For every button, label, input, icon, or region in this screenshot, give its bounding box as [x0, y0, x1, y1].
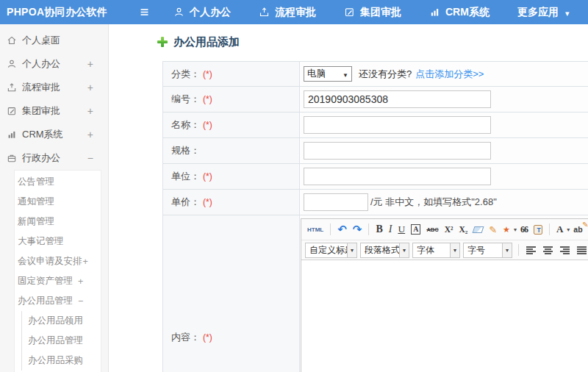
sidebar-item-office-supplies-purchase[interactable]: 办公用品采购: [22, 351, 101, 371]
superscript-icon[interactable]: X²: [445, 225, 453, 234]
expand-toggle-icon[interactable]: +: [83, 257, 88, 267]
sidebar-item-personal-desktop[interactable]: 个人桌面: [0, 29, 108, 52]
sidebar-item-label: 通知管理: [18, 196, 54, 208]
sidebar-item-office-supplies-mgmt[interactable]: 办公用品管理−: [15, 291, 101, 311]
flow-icon: [7, 82, 17, 93]
format-brush-icon[interactable]: ✎: [489, 224, 497, 235]
paragraph-format-select[interactable]: 段落格式: [360, 243, 409, 258]
toolbar-separator: [368, 223, 369, 235]
sidebar-item-personal-office[interactable]: 个人办公+: [0, 52, 108, 76]
page-title: 办公用品添加: [173, 35, 240, 49]
office-supply-form: 分类：(*) 电脑 还没有分类? 点击添加分类>> 编号：(*): [162, 61, 588, 372]
sidebar-item-label: 办公用品领用: [28, 315, 83, 327]
main-content: 办公用品添加 分类：(*) 电脑 还没有分类? 点击添加分类>>: [109, 24, 588, 372]
category-select[interactable]: 电脑: [304, 66, 352, 82]
nav-item-more-apps[interactable]: 更多应用: [503, 0, 584, 24]
sidebar-item-label: 办公用品采购: [28, 354, 83, 367]
font-color-icon[interactable]: A: [556, 223, 563, 235]
sidebar-item-label: 公告管理: [18, 176, 54, 188]
nav-item-label: 流程审批: [275, 6, 316, 19]
italic-icon[interactable]: I: [389, 223, 392, 235]
chart-icon: [429, 7, 440, 18]
align-center-icon[interactable]: [543, 246, 553, 254]
nav-item-crm-system[interactable]: CRM系统: [415, 0, 503, 24]
eraser-icon[interactable]: [473, 226, 484, 233]
unit-input[interactable]: [304, 168, 491, 185]
align-left-icon[interactable]: [526, 246, 536, 254]
sidebar-item-label: 集团审批: [22, 104, 60, 118]
caret-icon: ▾: [567, 226, 570, 233]
field-label-price: 单价：: [171, 196, 200, 207]
sidebar-item-announcement-mgmt[interactable]: 公告管理: [15, 172, 101, 192]
sidebar-item-office-supplies-manage[interactable]: 办公用品管理: [22, 331, 101, 351]
editor-content-area[interactable]: [301, 260, 588, 372]
nav-item-label: CRM系统: [445, 6, 490, 19]
nav-item-workflow-approval[interactable]: 流程审批: [245, 0, 330, 24]
spec-input[interactable]: [304, 142, 491, 160]
hamburger-menu-icon[interactable]: [138, 6, 151, 18]
expand-toggle-icon[interactable]: −: [78, 296, 83, 307]
highlight-color-icon[interactable]: ab: [573, 225, 582, 234]
page-title-bar: 办公用品添加: [157, 35, 588, 49]
main-menu: 个人办公流程审批集团审批CRM系统更多应用: [159, 0, 583, 24]
nav-item-label: 集团审批: [360, 6, 401, 19]
blockquote-icon[interactable]: 66: [520, 224, 528, 235]
sidebar-item-label: 会议申请及安排: [18, 255, 82, 268]
expand-toggle-icon[interactable]: +: [78, 276, 83, 287]
strikethrough-icon[interactable]: ABC: [426, 226, 438, 233]
sidebar-item-group-approval[interactable]: 集团审批+: [0, 99, 108, 123]
sidebar-item-memorabilia-mgmt[interactable]: 大事记管理: [15, 232, 101, 251]
expand-toggle-icon[interactable]: +: [87, 105, 93, 117]
align-justify-icon[interactable]: [577, 246, 587, 254]
redo-icon[interactable]: ↷: [353, 223, 362, 236]
price-format-hint: /元 非中文，如填写格式"2.68": [370, 196, 497, 209]
expand-toggle-icon[interactable]: +: [87, 82, 93, 93]
auto-format-icon[interactable]: ★: [503, 225, 510, 235]
paste-text-icon[interactable]: [534, 225, 542, 235]
custom-title-select[interactable]: 自定义标题: [305, 243, 357, 258]
sidebar-item-notice-mgmt[interactable]: 通知管理: [15, 192, 101, 212]
expand-toggle-icon[interactable]: +: [87, 58, 93, 70]
sidebar-item-label: 新闻管理: [18, 215, 54, 228]
font-border-icon[interactable]: A: [411, 224, 420, 235]
sidebar-item-label: 固定资产管理: [18, 275, 73, 287]
edit-icon: [344, 7, 355, 18]
price-input[interactable]: [304, 193, 368, 211]
name-input[interactable]: [304, 116, 491, 134]
font-family-select[interactable]: 字体: [412, 243, 460, 258]
subscript-icon[interactable]: X₂: [459, 225, 467, 234]
home-icon: [7, 35, 17, 46]
nav-item-personal-office[interactable]: 个人办公: [159, 0, 245, 24]
caret-icon: ▾: [514, 226, 517, 233]
sidebar-item-meeting-request[interactable]: 会议申请及安排+: [15, 251, 101, 271]
html-source-button[interactable]: HTML: [307, 226, 323, 233]
select-arrow-icon: [347, 243, 356, 257]
sidebar-item-office-supplies-claim[interactable]: 办公用品领用: [22, 311, 101, 331]
expand-toggle-icon[interactable]: +: [87, 129, 93, 140]
align-right-icon[interactable]: [560, 246, 570, 254]
bold-icon[interactable]: B: [376, 223, 382, 235]
sidebar-item-label: CRM系统: [22, 128, 63, 141]
nav-item-group-approval[interactable]: 集团审批: [330, 0, 415, 24]
sidebar-item-news-mgmt[interactable]: 新闻管理: [15, 212, 101, 232]
form-row-category: 分类：(*) 电脑 还没有分类? 点击添加分类>>: [163, 62, 588, 87]
add-category-link[interactable]: 点击添加分类>>: [415, 68, 484, 81]
category-select-value: 电脑: [307, 68, 326, 80]
paragraph-format-select-value: 段落格式: [361, 243, 399, 257]
font-size-select[interactable]: 字号: [463, 243, 512, 258]
sidebar-item-admin-office[interactable]: 行政办公−: [0, 146, 108, 170]
sidebar-item-fixed-assets-mgmt[interactable]: 固定资产管理+: [15, 271, 101, 291]
underline-icon[interactable]: U: [398, 223, 405, 235]
no-category-hint: 还没有分类?: [359, 68, 412, 81]
sidebar-item-workflow-approval[interactable]: 流程审批+: [0, 76, 108, 99]
undo-icon[interactable]: ↶: [337, 223, 347, 236]
expand-toggle-icon[interactable]: −: [87, 152, 93, 164]
add-plus-icon: [157, 37, 168, 47]
sidebar-item-crm-system[interactable]: CRM系统+: [0, 123, 108, 146]
sidebar-item-label: 流程审批: [22, 81, 60, 94]
user-icon: [173, 7, 184, 18]
nav-item-label: 个人办公: [190, 6, 231, 19]
chart-icon: [7, 129, 17, 140]
code-input[interactable]: [304, 90, 491, 108]
nav-item-label: 更多应用: [517, 6, 559, 19]
